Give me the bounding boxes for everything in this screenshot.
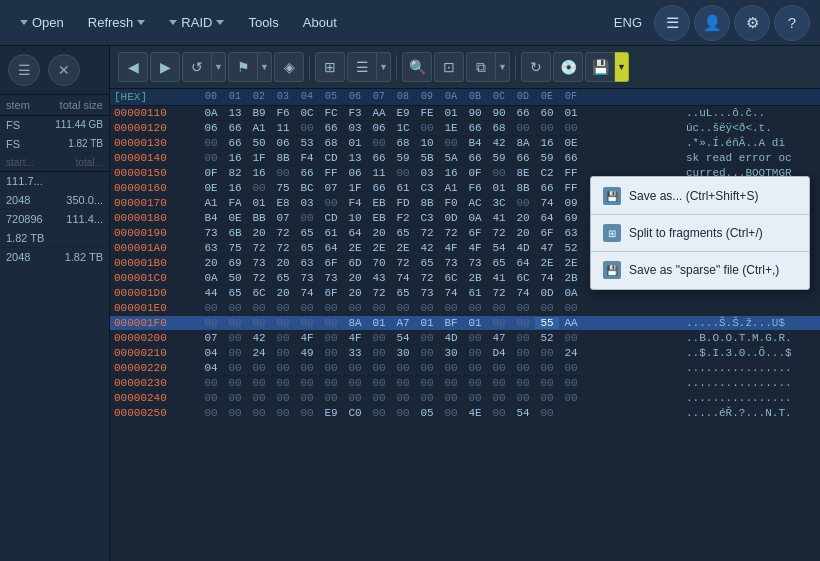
hex-cell[interactable]: 72 [247,272,271,284]
hex-cell[interactable]: 00 [487,362,511,374]
hex-cell[interactable]: C2 [535,167,559,179]
hex-cell[interactable]: 00 [247,362,271,374]
hex-cell[interactable]: A1 [247,122,271,134]
hex-cell[interactable]: 00 [199,152,223,164]
hex-cell[interactable]: 0F [463,167,487,179]
hex-cell[interactable]: 66 [367,152,391,164]
hex-cell[interactable]: 00 [295,212,319,224]
hex-cell[interactable]: 60 [535,107,559,119]
hex-cell[interactable]: 59 [391,152,415,164]
hex-cell[interactable]: 00 [391,167,415,179]
hex-cell[interactable]: 4F [439,242,463,254]
hex-cell[interactable]: 2E [367,242,391,254]
hex-cell[interactable]: 00 [367,137,391,149]
hex-cell[interactable]: 65 [295,242,319,254]
hex-cell[interactable]: 49 [295,347,319,359]
hex-cell[interactable]: 65 [295,227,319,239]
hex-cell[interactable]: 44 [199,287,223,299]
hex-cell[interactable]: 72 [415,272,439,284]
hex-cell[interactable]: 00 [271,377,295,389]
hex-cell[interactable]: E9 [391,107,415,119]
hex-cell[interactable]: 66 [295,167,319,179]
hex-cell[interactable]: AA [559,317,583,329]
hex-cell[interactable]: 00 [343,302,367,314]
hex-cell[interactable]: 72 [271,242,295,254]
hex-cell[interactable]: 42 [487,137,511,149]
hex-cell[interactable]: 65 [415,257,439,269]
hex-cell[interactable]: 6B [223,227,247,239]
hex-cell[interactable]: 00 [463,347,487,359]
hex-cell[interactable]: 66 [511,152,535,164]
hex-cell[interactable]: 00 [223,392,247,404]
hex-cell[interactable]: 00 [319,332,343,344]
hex-cell[interactable]: 74 [535,197,559,209]
hex-cell[interactable]: 3C [487,197,511,209]
hex-cell[interactable]: 01 [247,197,271,209]
split-item[interactable]: ⊞ Split to fragments (Ctrl+/) [591,218,809,248]
hex-cell[interactable]: 73 [295,272,319,284]
hex-cell[interactable]: A1 [199,197,223,209]
hex-cell[interactable]: 00 [559,362,583,374]
hex-cell[interactable]: 00 [439,407,463,419]
hex-cell[interactable]: 00 [463,377,487,389]
hex-cell[interactable]: 01 [415,317,439,329]
bookmark-caret[interactable]: ▼ [258,52,272,82]
hex-cell[interactable]: 00 [415,332,439,344]
hex-row[interactable]: 00000200070042004F004F0054004D0047005200… [110,331,820,346]
hex-row[interactable]: 0000024000000000000000000000000000000000… [110,391,820,406]
hex-cell[interactable]: 2E [535,257,559,269]
hex-cell[interactable]: 33 [343,347,367,359]
hex-cell[interactable]: 13 [343,152,367,164]
hex-cell[interactable]: 2B [559,272,583,284]
hex-cell[interactable]: 00 [247,182,271,194]
hex-cell[interactable]: 00 [295,407,319,419]
hex-cell[interactable]: 6C [247,287,271,299]
hex-cell[interactable]: F2 [391,212,415,224]
hex-cell[interactable]: 1F [343,182,367,194]
hex-cell[interactable]: 00 [559,377,583,389]
hex-cell[interactable]: 06 [343,167,367,179]
hex-cell[interactable]: 0A [199,272,223,284]
hex-cell[interactable]: 63 [295,257,319,269]
hex-cell[interactable]: 6F [463,227,487,239]
bookmark-btn[interactable]: ⚑ [228,52,258,82]
hex-cell[interactable]: 00 [247,377,271,389]
hex-cell[interactable]: EB [367,197,391,209]
hex-cell[interactable]: 00 [487,302,511,314]
hex-cell[interactable]: 05 [415,407,439,419]
hex-cell[interactable]: 00 [271,167,295,179]
hex-cell[interactable]: 6F [319,287,343,299]
jump-btn[interactable]: ↺ [182,52,212,82]
hex-cell[interactable]: 41 [487,212,511,224]
hex-cell[interactable]: 16 [535,137,559,149]
hex-cell[interactable]: 2E [343,242,367,254]
hex-cell[interactable]: 54 [391,332,415,344]
hex-cell[interactable]: FF [559,182,583,194]
hex-cell[interactable]: 00 [295,122,319,134]
hex-cell[interactable]: 54 [511,407,535,419]
menu-raid[interactable]: RAID [157,9,236,36]
hex-cell[interactable]: 00 [367,362,391,374]
hex-cell[interactable]: FC [319,107,343,119]
hex-cell[interactable]: 06 [271,137,295,149]
hex-view[interactable]: [HEX] 00 01 02 03 04 05 06 07 08 09 0A 0… [110,89,820,561]
hex-cell[interactable]: BF [439,317,463,329]
hex-cell[interactable]: 0A [199,107,223,119]
forward-btn[interactable]: ▶ [150,52,180,82]
hex-cell[interactable]: 00 [415,122,439,134]
hex-cell[interactable]: 43 [367,272,391,284]
hex-cell[interactable]: 72 [247,242,271,254]
hex-cell[interactable]: 69 [223,257,247,269]
hex-cell[interactable]: 73 [247,257,271,269]
hex-cell[interactable]: F6 [463,182,487,194]
hex-cell[interactable]: 73 [319,272,343,284]
hex-cell[interactable]: 6F [535,227,559,239]
hex-cell[interactable]: 00 [319,377,343,389]
hex-cell[interactable]: 66 [463,152,487,164]
hex-cell[interactable]: 07 [199,332,223,344]
hex-cell[interactable]: 0E [559,137,583,149]
hex-cell[interactable]: 64 [511,257,535,269]
hex-cell[interactable]: 00 [295,377,319,389]
hex-cell[interactable]: 59 [487,152,511,164]
hex-cell[interactable]: 00 [415,362,439,374]
